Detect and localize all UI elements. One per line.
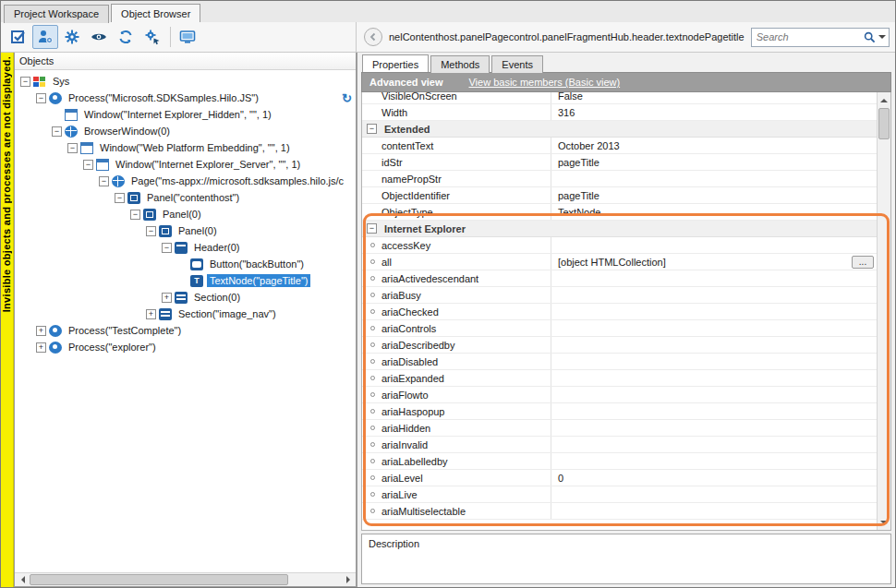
tree-node-label[interactable]: Process("TestComplete")	[66, 324, 184, 337]
search-dropdown-icon[interactable]	[878, 35, 886, 42]
property-row[interactable]: idStrpageTitle	[362, 154, 877, 171]
property-value[interactable]	[551, 287, 877, 303]
collapse-toggle-icon[interactable]: −	[115, 193, 125, 203]
tree-horizontal-scrollbar[interactable]	[15, 572, 356, 586]
property-row[interactable]: accessKey	[362, 237, 877, 254]
property-row[interactable]: ariaLevel0	[362, 470, 877, 486]
tree-node-label[interactable]: Window("Internet Explorer_Server", "", 1…	[113, 158, 303, 171]
property-row[interactable]: ariaFlowto	[362, 387, 877, 403]
tree-node[interactable]: +Section("image_nav")	[15, 306, 356, 322]
property-value[interactable]	[551, 337, 877, 353]
property-name[interactable]: ariaDisabled	[362, 354, 551, 369]
property-row[interactable]: ObjectIdentifierpageTitle	[362, 187, 877, 204]
tree-node-label[interactable]: Process("explorer")	[66, 341, 159, 354]
collapse-toggle-icon[interactable]: −	[99, 176, 109, 186]
tree-node[interactable]: −BrowserWindow(0)	[15, 123, 356, 139]
tree-node[interactable]: −Window("Web Platform Embedding", "", 1)	[15, 139, 356, 156]
collapse-toggle-icon[interactable]: −	[367, 223, 377, 234]
property-name[interactable]: ariaLabelledby	[362, 453, 551, 469]
tree-node[interactable]: −Sys	[15, 73, 356, 90]
expand-toggle-icon[interactable]: +	[36, 326, 46, 336]
tree-node-label[interactable]: Process("Microsoft.SDKSamples.Hilo.JS")	[66, 91, 261, 104]
property-row[interactable]: ariaHidden	[362, 420, 877, 437]
tree-node[interactable]: Button("backButton")	[15, 256, 356, 272]
property-name[interactable]: all	[362, 254, 551, 270]
property-value[interactable]	[551, 503, 877, 519]
property-name[interactable]: idStr	[362, 154, 551, 170]
breadcrumb[interactable]: nelContenthost.panelPagecontrol.panelFra…	[389, 31, 745, 42]
property-name[interactable]: VisibleOnScreen	[362, 92, 551, 103]
scroll-up-icon[interactable]	[878, 92, 890, 106]
property-name[interactable]: ariaControls	[362, 320, 551, 336]
tree-node-label[interactable]: Page("ms-appx://microsoft.sdksamples.hil…	[128, 174, 346, 187]
property-row[interactable]: ObjectTypeTextNode	[362, 204, 877, 221]
tree-node[interactable]: Window("Internet Explorer_Hidden", "", 1…	[15, 106, 356, 123]
property-name[interactable]: ariaDescribedby	[362, 337, 551, 353]
tree-node-label[interactable]: Panel("contenthost")	[144, 191, 242, 204]
property-value[interactable]: 316	[551, 104, 877, 120]
tree-node[interactable]: −Window("Internet Explorer_Server", "", …	[15, 156, 356, 173]
property-name[interactable]: ariaHaspopup	[362, 403, 551, 419]
tree-node[interactable]: +Section(0)	[15, 289, 356, 306]
property-name[interactable]: ariaHidden	[362, 420, 551, 436]
tree-node-label[interactable]: Panel(0)	[176, 224, 220, 237]
property-value[interactable]	[551, 403, 877, 419]
tree-node[interactable]: +Process("TestComplete")	[15, 322, 356, 339]
grid-vertical-scrollbar[interactable]	[877, 92, 890, 530]
property-value[interactable]: 0	[551, 470, 877, 486]
collapse-toggle-icon[interactable]: −	[52, 126, 62, 137]
property-group-row[interactable]: −Internet Explorer	[362, 221, 877, 237]
tree-node-label[interactable]: Window("Web Platform Embedding", "", 1)	[97, 141, 293, 154]
collapse-toggle-icon[interactable]: −	[367, 124, 377, 134]
tree-node-label[interactable]: Section(0)	[191, 291, 243, 304]
property-name[interactable]: ariaLevel	[362, 470, 551, 486]
property-name[interactable]: ariaFlowto	[362, 387, 551, 402]
property-value[interactable]: pageTitle	[551, 154, 877, 170]
property-value[interactable]	[551, 437, 877, 452]
tab-methods[interactable]: Methods	[430, 55, 490, 73]
property-value[interactable]	[551, 420, 877, 436]
property-row[interactable]: ariaDescribedby	[362, 337, 877, 354]
property-row[interactable]: ariaExpanded	[362, 370, 877, 387]
edit-objects-icon[interactable]	[6, 25, 31, 49]
tree-node-label[interactable]: Section("image_nav")	[176, 307, 279, 320]
property-row[interactable]: contentTextOctober 2013	[362, 138, 877, 154]
property-name[interactable]: ariaMultiselectable	[362, 503, 551, 519]
tree-node[interactable]: −Header(0)	[15, 239, 356, 256]
scroll-right-icon[interactable]	[342, 573, 356, 586]
property-row[interactable]: ariaActivedescendant	[362, 270, 877, 287]
property-value[interactable]	[551, 171, 877, 186]
view-eye-icon[interactable]	[86, 25, 112, 49]
expand-toggle-icon[interactable]: +	[36, 342, 46, 353]
property-name[interactable]: ariaExpanded	[362, 370, 551, 386]
property-row[interactable]: ariaInvalid	[362, 437, 877, 453]
expand-toggle-icon[interactable]: +	[146, 309, 156, 319]
property-name[interactable]: ObjectIdentifier	[362, 187, 551, 203]
tree-node-label[interactable]: TextNode("pageTitle")	[207, 274, 310, 287]
tree-node[interactable]: −Page("ms-appx://microsoft.sdksamples.hi…	[15, 173, 356, 189]
property-row[interactable]: ariaHaspopup	[362, 403, 877, 420]
property-value[interactable]	[551, 453, 877, 469]
tree-node-label[interactable]: Button("backButton")	[207, 258, 307, 270]
property-name[interactable]: accessKey	[362, 237, 551, 253]
property-value[interactable]	[551, 304, 877, 319]
tree-node-label[interactable]: Sys	[50, 75, 72, 88]
property-row[interactable]: ariaLabelledby	[362, 453, 877, 470]
tree-node[interactable]: −Process("Microsoft.SDKSamples.Hilo.JS")…	[15, 90, 356, 106]
highlight-object-icon[interactable]	[32, 25, 58, 49]
property-value[interactable]: TextNode	[551, 204, 877, 220]
search-input[interactable]	[757, 31, 864, 42]
show-monitor-icon[interactable]	[175, 25, 200, 49]
tree-node[interactable]: −Panel("contenthost")	[15, 189, 356, 206]
tab-object-browser[interactable]: Object Browser	[111, 4, 200, 22]
collapse-toggle-icon[interactable]: −	[36, 93, 46, 103]
property-row[interactable]: ariaControls	[362, 320, 877, 337]
property-value[interactable]	[551, 320, 877, 336]
property-name[interactable]: ariaLive	[362, 486, 551, 502]
advanced-gear-icon[interactable]	[139, 25, 165, 49]
scroll-left-icon[interactable]	[15, 573, 29, 586]
property-row[interactable]: all[object HTMLCollection]...	[362, 254, 877, 270]
property-row[interactable]: ariaMultiselectable	[362, 503, 877, 520]
expand-toggle-icon[interactable]: +	[162, 293, 172, 303]
basic-view-link[interactable]: View basic members (Basic view)	[468, 77, 620, 88]
